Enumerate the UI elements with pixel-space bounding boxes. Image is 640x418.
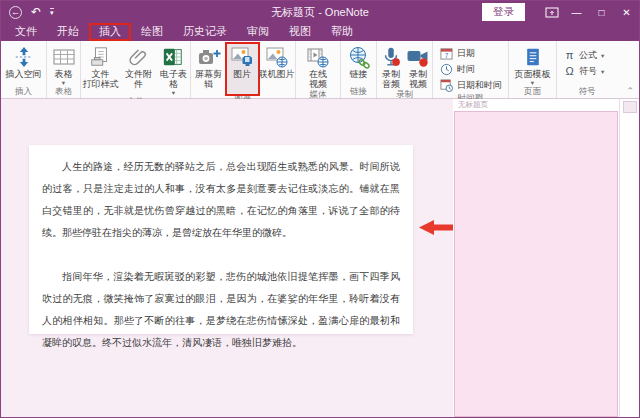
record-video-button[interactable]: 录制 视频: [405, 44, 431, 89]
collapse-ribbon-icon[interactable]: ⌃: [626, 87, 634, 95]
undo-icon[interactable]: ↶: [31, 6, 41, 18]
titlebar: ← ↶ ▾ 无标题页 - OneNote 登录 — □ ✕: [1, 1, 639, 23]
onenote-window: ← ↶ ▾ 无标题页 - OneNote 登录 — □ ✕ 文件 开始 插入 绘…: [0, 0, 640, 418]
ribbon-group-files: 文件 打印样式 文件附件 电子表格 ▾ 文件: [81, 41, 191, 98]
link-icon: [347, 44, 371, 69]
window-title: 无标题页 - OneNote: [271, 1, 369, 23]
pi-icon: π: [564, 49, 575, 61]
ribbon-group-insert-space: 插入空间 插入: [1, 41, 47, 98]
time-menu-item[interactable]: 时间: [440, 61, 503, 77]
svg-text:7: 7: [445, 51, 449, 58]
vertical-scrollbar[interactable]: [619, 99, 640, 417]
dropdown-arrow-icon: ▾: [62, 79, 65, 86]
equation-menu-item[interactable]: π 公式 ▾: [564, 47, 612, 63]
tab-insert[interactable]: 插入: [89, 23, 131, 41]
link-button[interactable]: 链接: [344, 44, 374, 79]
minimize-button[interactable]: —: [564, 1, 589, 23]
omega-icon: Ω: [564, 65, 575, 77]
page-tabs-sidebar: 无标题页: [453, 99, 619, 417]
online-pictures-button[interactable]: 联机图片: [259, 44, 295, 79]
ribbon-group-links: 链接 链接: [341, 41, 377, 98]
spreadsheet-button[interactable]: 电子表格 ▾: [157, 44, 190, 96]
page-template-button[interactable]: 页面模板 ▾: [512, 44, 554, 86]
quick-access-toolbar: ← ↶ ▾: [1, 6, 54, 19]
note-page[interactable]: 人生的路途，经历无数的驿站之后，总会出现陌生或熟悉的风景。时间所说的过客，只是注…: [29, 145, 413, 334]
file-attachment-button[interactable]: 文件附件: [121, 44, 156, 89]
file-printout-button[interactable]: 文件 打印样式: [81, 44, 120, 89]
dropdown-arrow-icon: ▾: [531, 79, 534, 86]
ribbon-group-table: 表格 ▾ 表格: [47, 41, 81, 98]
page-tab-label[interactable]: 无标题页: [458, 100, 488, 110]
picture-icon: [230, 44, 254, 69]
date-and-time-menu-item[interactable]: 日期和时间: [440, 77, 503, 93]
ribbon-group-pages: 页面模板 ▾ 页面: [509, 41, 557, 98]
signin-button[interactable]: 登录: [482, 3, 525, 21]
ribbon-group-media: 在线 视频 媒体: [296, 41, 341, 98]
tab-history[interactable]: 历史记录: [173, 23, 237, 41]
calendar-clock-icon: [440, 79, 453, 92]
file-printout-icon: [89, 44, 111, 69]
tab-help[interactable]: 帮助: [321, 23, 363, 41]
page-canvas[interactable]: 人生的路途，经历无数的驿站之后，总会出现陌生或熟悉的风景。时间所说的过客，只是注…: [1, 99, 453, 417]
calendar-icon: 7: [440, 47, 453, 60]
table-button[interactable]: 表格 ▾: [49, 44, 79, 86]
tab-view[interactable]: 视图: [279, 23, 321, 41]
paragraph: 人生的路途，经历无数的驿站之后，总会出现陌生或熟悉的风景。时间所说的过客，只是注…: [42, 156, 400, 244]
ribbon: 插入空间 插入 表格 ▾ 表格: [1, 41, 639, 99]
tab-file[interactable]: 文件: [5, 23, 47, 41]
close-button[interactable]: ✕: [614, 1, 639, 23]
ribbon-group-symbols: π 公式 ▾ Ω 符号 ▾ 符号: [557, 41, 617, 98]
content-area: 人生的路途，经历无数的驿站之后，总会出现陌生或熟悉的风景。时间所说的过客，只是注…: [1, 99, 639, 417]
picture-button[interactable]: 图片: [227, 44, 258, 94]
table-icon: [52, 44, 76, 69]
tab-draw[interactable]: 绘图: [131, 23, 173, 41]
symbol-menu-item[interactable]: Ω 符号 ▾: [564, 63, 612, 79]
insert-space-icon: [13, 44, 35, 69]
tab-home[interactable]: 开始: [47, 23, 89, 41]
customize-qat-icon[interactable]: ▾: [50, 8, 54, 16]
paragraph: 指间年华，渲染着无暇斑驳的彩塑，悲伤的城池依旧提笔挥墨，画下四季风吹过的无痕，微…: [42, 266, 400, 354]
online-video-icon: [306, 44, 330, 69]
video-camera-icon: [406, 44, 430, 69]
dropdown-arrow-icon: ▾: [172, 89, 175, 96]
microphone-icon: [380, 44, 402, 69]
titlebar-controls: 登录 — □ ✕: [482, 1, 639, 23]
ribbon-group-recording: 录制 音频 录制 视频 录制: [377, 41, 433, 98]
ribbon-display-options-icon[interactable]: [539, 1, 564, 23]
online-pictures-icon: [265, 44, 289, 69]
tab-review[interactable]: 审阅: [237, 23, 279, 41]
scrollbar-thumb[interactable]: [623, 101, 637, 113]
page-tabs-panel[interactable]: [454, 111, 618, 417]
ribbon-group-timestamp: 7 日期 时间 日期和时间 时间戳: [433, 41, 509, 98]
dropdown-arrow-icon: ▾: [601, 52, 604, 59]
online-video-button[interactable]: 在线 视频: [300, 44, 336, 89]
record-audio-button[interactable]: 录制 音频: [378, 44, 404, 89]
screen-clipping-icon: [197, 44, 221, 69]
clock-icon: [440, 63, 453, 76]
paperclip-icon: [128, 44, 148, 69]
ribbon-tab-row: 文件 开始 插入 绘图 历史记录 审阅 视图 帮助: [1, 23, 639, 41]
maximize-button[interactable]: □: [589, 1, 614, 23]
dropdown-arrow-icon: ▾: [601, 68, 604, 75]
ribbon-group-images: 屏幕剪辑 图片 联机图片 图像: [191, 41, 296, 98]
page-template-icon: [523, 44, 543, 69]
date-menu-item[interactable]: 7 日期: [440, 45, 503, 61]
screen-clipping-button[interactable]: 屏幕剪辑: [192, 44, 226, 89]
insert-space-button[interactable]: 插入空间: [3, 44, 45, 79]
back-icon[interactable]: ←: [9, 6, 22, 19]
excel-icon: [162, 44, 184, 69]
